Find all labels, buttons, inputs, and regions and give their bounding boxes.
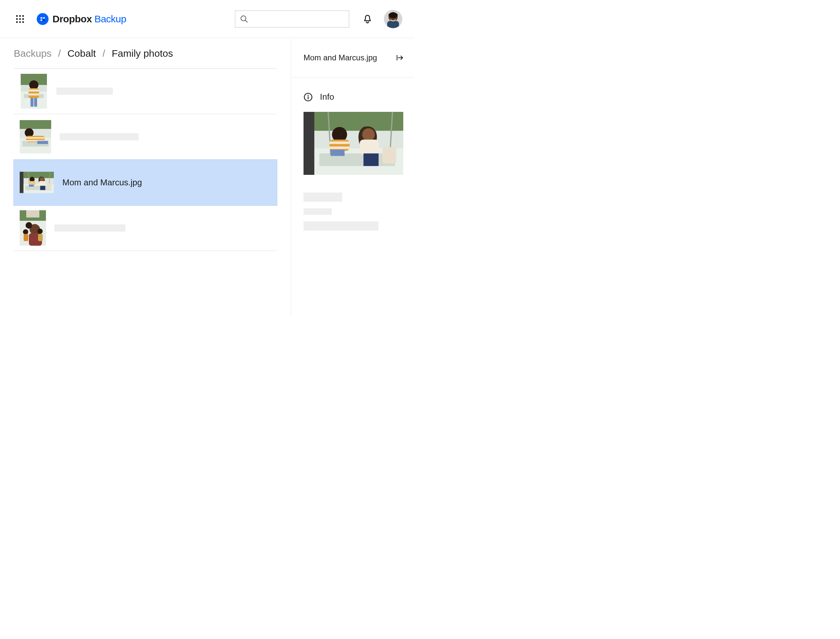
- notifications-button[interactable]: [361, 13, 374, 25]
- svg-rect-52: [19, 18, 21, 20]
- svg-rect-53: [22, 18, 24, 20]
- svg-rect-48: [16, 15, 18, 17]
- metadata-placeholder: [304, 208, 332, 215]
- brand-text: Dropbox Backup: [52, 13, 126, 25]
- details-header: Mom and Marcus.jpg: [291, 38, 414, 78]
- brand-accent: Backup: [94, 13, 126, 24]
- brand-logo-icon: [37, 13, 49, 25]
- file-name: Mom and Marcus.jpg: [62, 178, 142, 188]
- file-preview-image[interactable]: [304, 112, 403, 175]
- bell-icon: [363, 14, 372, 24]
- info-label: Info: [320, 92, 334, 102]
- file-row[interactable]: [14, 68, 277, 114]
- search-input[interactable]: [252, 11, 344, 27]
- brand[interactable]: Dropbox Backup: [37, 13, 126, 25]
- search-box[interactable]: [235, 11, 349, 27]
- svg-line-58: [245, 20, 247, 22]
- app-header: Dropbox Backup: [0, 0, 414, 38]
- search-icon: [240, 15, 248, 23]
- file-thumbnail-icon: [20, 74, 48, 108]
- svg-rect-56: [22, 21, 24, 23]
- svg-rect-55: [19, 21, 21, 23]
- avatar-icon: [384, 10, 402, 28]
- info-icon: [304, 92, 313, 102]
- breadcrumb-separator: /: [58, 48, 61, 59]
- breadcrumb-mid[interactable]: Cobalt: [67, 48, 96, 59]
- breadcrumb-current: Family photos: [111, 48, 173, 59]
- file-row[interactable]: [14, 114, 277, 160]
- apps-grid-button[interactable]: [15, 14, 25, 24]
- info-section-header: Info: [304, 92, 404, 102]
- file-thumbnail-icon: [20, 210, 46, 246]
- file-thumbnail-icon: [20, 171, 54, 194]
- main-panel: Backups / Cobalt / Family photos Mom and…: [0, 38, 291, 315]
- file-row[interactable]: [14, 205, 277, 251]
- filename-placeholder: [60, 133, 138, 140]
- breadcrumb-separator: /: [102, 48, 105, 59]
- brand-main: Dropbox: [52, 13, 92, 24]
- breadcrumb-root[interactable]: Backups: [14, 48, 51, 59]
- collapse-right-icon: [396, 54, 404, 62]
- svg-point-62: [307, 95, 309, 96]
- account-avatar[interactable]: [384, 10, 402, 28]
- metadata-placeholder: [304, 192, 342, 202]
- filename-placeholder: [56, 87, 113, 95]
- filename-placeholder: [54, 224, 125, 232]
- details-title: Mom and Marcus.jpg: [304, 53, 377, 62]
- collapse-panel-button[interactable]: [396, 54, 404, 62]
- details-panel: Mom and Marcus.jpg Info: [291, 38, 414, 315]
- svg-rect-50: [22, 15, 24, 17]
- file-row-selected[interactable]: Mom and Marcus.jpg: [14, 160, 277, 205]
- svg-rect-54: [16, 21, 18, 23]
- breadcrumb: Backups / Cobalt / Family photos: [14, 48, 277, 68]
- file-list: Mom and Marcus.jpg: [14, 68, 277, 251]
- svg-rect-49: [19, 15, 21, 17]
- svg-rect-51: [16, 18, 18, 20]
- file-thumbnail-icon: [20, 120, 51, 154]
- metadata-placeholder: [304, 221, 378, 230]
- apps-grid-icon: [16, 14, 25, 24]
